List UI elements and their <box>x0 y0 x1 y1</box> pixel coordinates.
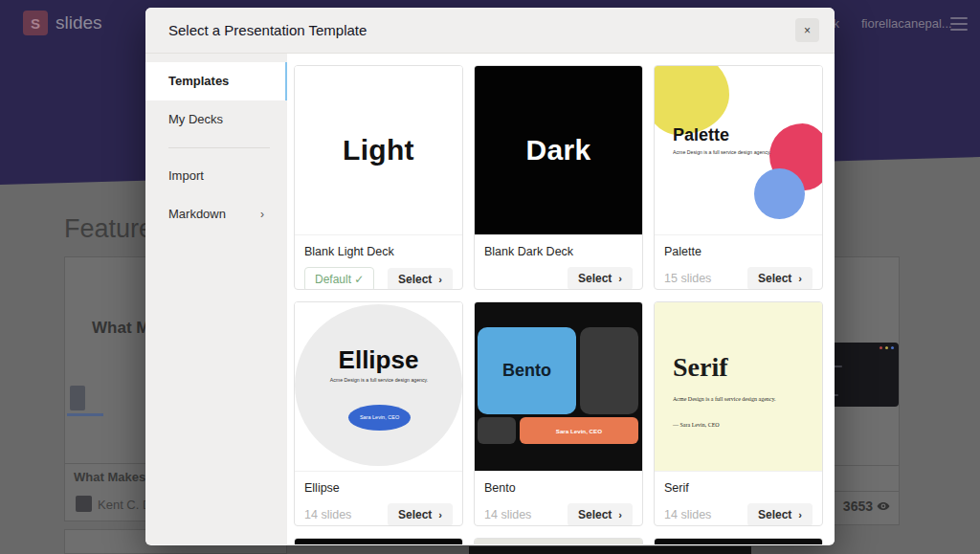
author-avatar <box>76 496 92 512</box>
slide-count: 14 slides <box>484 508 531 521</box>
preview-title: Bento <box>502 361 551 381</box>
template-preview <box>475 539 642 544</box>
slide-count: 14 slides <box>664 508 711 521</box>
chevron-right-icon: › <box>438 509 442 521</box>
modal-sidebar: Templates My Decks Import Markdown › <box>145 54 287 544</box>
screen: S slides ck fiorellacanepal... Featured … <box>0 0 980 554</box>
chevron-right-icon: › <box>618 273 622 284</box>
template-card-light[interactable]: Light Blank Light Deck Default ✓ Select› <box>294 65 463 290</box>
brand-name[interactable]: slides <box>56 12 102 33</box>
sidebar-item-label: Import Markdown <box>168 168 226 221</box>
slide-count: 14 slides <box>304 508 351 521</box>
chevron-right-icon: › <box>438 274 442 285</box>
select-button[interactable]: Select› <box>747 503 813 526</box>
view-count: 3653 <box>843 499 873 514</box>
bento-gray-tile <box>580 327 638 414</box>
chevron-right-icon: › <box>798 273 802 284</box>
bento-orange-tile: Sara Levin, CEO <box>520 417 638 444</box>
template-name: Ellipse <box>304 481 453 495</box>
template-card-dark[interactable]: Dark Blank Dark Deck Select› <box>474 65 643 290</box>
template-preview-dark: Dark <box>475 66 642 235</box>
bento-small-tile <box>478 417 516 444</box>
blue-circle-shape <box>754 168 805 219</box>
bento-blue-tile: Bento <box>478 327 576 414</box>
template-preview-ellipse: Ellipse Acme Design is a full service de… <box>295 302 462 472</box>
select-button[interactable]: Select› <box>388 503 453 526</box>
template-preview-bento: Bento Sara Levin, CEO <box>475 302 642 472</box>
preview-badge: Sara Levin, CEO <box>556 428 602 434</box>
select-button[interactable]: Select› <box>747 267 813 290</box>
template-name: Bento <box>484 481 633 495</box>
sidebar-item-import-markdown[interactable]: Import Markdown › <box>145 157 287 195</box>
preview-title: Light <box>343 134 414 166</box>
template-name: Blank Dark Deck <box>484 245 633 258</box>
template-grid: Light Blank Light Deck Default ✓ Select›… <box>287 54 835 544</box>
chevron-right-icon: › <box>260 195 264 233</box>
preview-title: Ellipse <box>295 345 462 375</box>
preview-title: Serif <box>673 352 728 383</box>
chevron-right-icon: › <box>618 509 622 521</box>
select-button[interactable]: Select› <box>568 503 633 526</box>
gray-circle-shape <box>295 304 462 466</box>
template-card-palette[interactable]: Palette Acme Design is a full service de… <box>654 65 823 290</box>
template-card-serif[interactable]: Serif Acme Design is a full service desi… <box>654 301 823 526</box>
preview-subtitle: Acme Design is a full service design age… <box>673 149 771 155</box>
default-badge: Default ✓ <box>304 267 374 290</box>
template-card-ellipse[interactable]: Ellipse Acme Design is a full service de… <box>294 301 463 526</box>
modal-header: Select a Presentation Template × <box>145 8 835 54</box>
sidebar-item-templates[interactable]: Templates <box>145 62 287 100</box>
template-name: Blank Light Deck <box>304 245 453 258</box>
logo-letter: S <box>31 15 40 32</box>
speaker-handle-text <box>67 413 103 416</box>
template-preview-serif: Serif Acme Design is a full service desi… <box>655 302 822 472</box>
speaker-photo <box>70 386 85 410</box>
template-preview-palette: Palette Acme Design is a full service de… <box>655 66 822 235</box>
slide-count: 15 slides <box>664 272 711 285</box>
sidebar-divider <box>168 147 270 148</box>
sidebar-item-label: Templates <box>168 74 229 88</box>
template-card-bento[interactable]: Bento Sara Levin, CEO Bento 14 slides Se… <box>474 301 643 526</box>
template-preview <box>295 539 462 544</box>
sidebar-item-my-decks[interactable]: My Decks <box>145 100 287 139</box>
preview-title: Dark <box>526 134 591 166</box>
username-menu[interactable]: fiorellacanepal... <box>861 16 952 31</box>
select-button[interactable]: Select› <box>568 267 633 290</box>
background-dark-strip <box>469 546 751 554</box>
template-preview-light: Light <box>295 66 462 235</box>
blue-pill-shape: Sara Levin, CEO <box>348 405 411 431</box>
chevron-right-icon: › <box>798 509 802 521</box>
preview-attribution: — Sara Levin, CEO <box>673 422 720 429</box>
template-card-partial[interactable] <box>654 538 823 544</box>
select-button[interactable]: Select› <box>388 268 453 290</box>
hamburger-icon[interactable] <box>950 17 968 34</box>
preview-badge: Sara Levin, CEO <box>360 414 399 420</box>
slides-logo[interactable]: S <box>23 11 48 35</box>
template-card-partial[interactable] <box>474 538 643 544</box>
close-icon[interactable]: × <box>795 18 819 42</box>
preview-title: Palette <box>673 125 729 145</box>
eye-icon <box>877 499 890 513</box>
sidebar-item-label: My Decks <box>168 112 223 126</box>
template-picker-modal: Select a Presentation Template × Templat… <box>145 8 835 545</box>
preview-subtitle: Acme Design is a full service design age… <box>673 396 776 403</box>
window-dots-icon <box>880 346 894 349</box>
template-name: Serif <box>664 481 813 495</box>
template-card-partial[interactable] <box>294 538 463 544</box>
template-preview <box>655 539 822 544</box>
preview-subtitle: Acme Design is a full service design age… <box>329 378 428 384</box>
template-name: Palette <box>664 245 813 258</box>
modal-title: Select a Presentation Template <box>168 22 795 38</box>
